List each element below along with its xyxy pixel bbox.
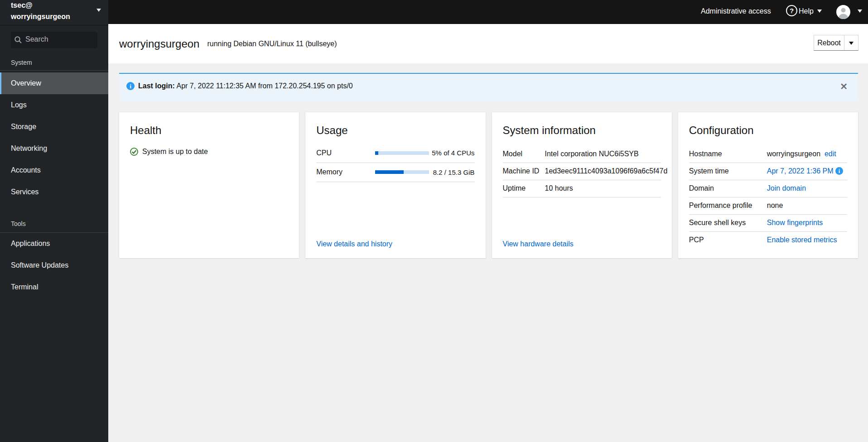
svg-text:i: i — [839, 168, 840, 174]
svg-text:i: i — [130, 83, 131, 90]
